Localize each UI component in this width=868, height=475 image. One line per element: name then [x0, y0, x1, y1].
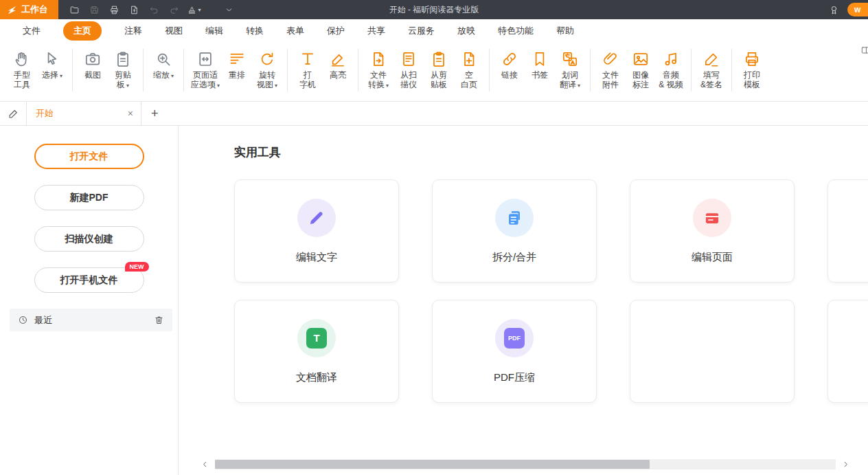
scroll-right-icon[interactable] [841, 460, 850, 469]
ribbon-snapshot[interactable]: 截图 [78, 47, 108, 80]
ribbon-from-scanner[interactable]: 从扫描仪 [393, 47, 424, 90]
ribbon-audio-video[interactable]: 音频& 视频 [656, 47, 686, 90]
ribbon-image-annotation[interactable]: 图像标注 [626, 47, 656, 90]
tab-label: 开始 [36, 107, 54, 120]
ribbon-label: 文件转换▾ [368, 70, 389, 91]
ribbon-label: 填写&签名 [700, 70, 722, 89]
ribbon-file-attachment[interactable]: 文件附件 [595, 47, 626, 90]
ribbon-clipboard[interactable]: 剪贴板▾ [108, 47, 138, 91]
ribbon-label: 剪贴板▾ [115, 70, 131, 91]
ribbon-select[interactable]: 选择▾ [37, 47, 67, 82]
menu-present[interactable]: 放映 [457, 25, 475, 37]
scrollbar-track[interactable] [215, 459, 836, 470]
export-icon[interactable] [125, 2, 144, 17]
ribbon-highlight[interactable]: 高亮 [323, 47, 353, 80]
ribbon-separator [489, 49, 490, 91]
print-icon[interactable] [105, 2, 124, 17]
menu-help[interactable]: 帮助 [556, 25, 574, 37]
section-title: 实用工具 [234, 144, 868, 160]
menu-file[interactable]: 文件 [23, 25, 41, 37]
ribbon-groups: 手型工具选择▾截图剪贴板▾缩放▾页面适应选项▾重排旋转视图▾打字机高亮文件转换▾… [0, 43, 868, 101]
menu-convert[interactable]: 转换 [246, 25, 264, 37]
reflow-icon [228, 47, 246, 70]
menu-view[interactable]: 视图 [165, 25, 183, 37]
customize-toolbar-icon[interactable] [220, 2, 238, 17]
ribbon-separator [731, 49, 732, 91]
ribbon-link[interactable]: 链接 [494, 47, 525, 80]
hand-tool-icon [13, 47, 31, 70]
ribbon-blank-page[interactable]: 空白页 [454, 47, 484, 90]
tool-card-split-merge[interactable]: 拆分/合并 [432, 179, 597, 283]
scanner-create-button[interactable]: 扫描仪创建 [34, 226, 144, 252]
upgrade-button[interactable]: w [847, 3, 868, 16]
new-tab-button[interactable]: + [151, 107, 159, 120]
pdf-compress-icon: PDF [495, 319, 534, 357]
ribbon-label: 链接 [501, 70, 518, 80]
ribbon-reflow[interactable]: 重排 [222, 47, 252, 80]
ribbon-separator [183, 49, 184, 91]
scroll-left-icon[interactable] [201, 460, 209, 469]
open-phone-file-button[interactable]: 打开手机文件NEW [34, 267, 144, 293]
open-file-button[interactable]: 打开文件 [34, 144, 144, 169]
ribbon-typewriter[interactable]: 打字机 [293, 47, 323, 90]
tool-card-partial[interactable] [630, 300, 795, 403]
ribbon-label: 图像标注 [632, 70, 649, 89]
tab-close-icon[interactable]: × [128, 109, 133, 118]
ribbon-word-translate[interactable]: 划词翻译▾ [555, 47, 585, 91]
save-icon [85, 2, 104, 17]
tool-card-label: 拆分/合并 [492, 251, 536, 264]
ribbon-fill-sign[interactable]: 填写&签名 [696, 47, 727, 90]
window-title: 开始 - 福昕阅读器专业版 [389, 0, 479, 19]
sidebar: 打开文件新建PDF扫描仪创建打开手机文件NEW 最近 [0, 126, 179, 475]
bookmark-icon [531, 47, 549, 70]
menu-form[interactable]: 表单 [286, 25, 304, 37]
ribbon-separator [358, 49, 358, 91]
foxit-logo-icon [7, 5, 17, 15]
tool-card-partial[interactable] [827, 300, 868, 403]
membership-icon[interactable] [829, 5, 839, 15]
recent-files-row[interactable]: 最近 [10, 309, 172, 331]
ribbon-label: 从扫描仪 [400, 70, 417, 89]
ribbon-separator [691, 49, 692, 91]
menu-features[interactable]: 特色功能 [498, 25, 534, 37]
ribbon-bookmark[interactable]: 书签 [525, 47, 555, 80]
ribbon-print-template[interactable]: 打印模板 [737, 47, 767, 90]
scrollbar-thumb[interactable] [215, 460, 650, 469]
ribbon-from-clipboard[interactable]: 从剪贴板 [424, 47, 454, 90]
ribbon-label: 手型工具 [14, 70, 30, 89]
ribbon-label: 书签 [532, 70, 548, 80]
tool-card-doc-translate[interactable]: T文档翻译 [234, 300, 399, 403]
stamp-icon[interactable]: ▾ [185, 2, 203, 17]
tool-card-label: 文档翻译 [296, 371, 337, 384]
tool-card-pdf-to-word[interactable]: WPDF转Word [827, 179, 868, 283]
rotate-view-icon [258, 47, 276, 70]
open-file-icon[interactable] [65, 2, 84, 17]
tab-start[interactable]: 开始 × [26, 102, 141, 125]
menu-protect[interactable]: 保护 [327, 25, 345, 37]
ribbon-convert-file[interactable]: 文件转换▾ [363, 47, 393, 91]
tool-card-edit-pages[interactable]: 编辑页面 [630, 179, 795, 283]
quick-pen-icon[interactable] [0, 108, 26, 120]
menu-edit[interactable]: 编辑 [205, 25, 223, 37]
new-pdf-button[interactable]: 新建PDF [34, 185, 144, 210]
menu-home[interactable]: 主页 [63, 21, 102, 41]
tool-card-pdf-compress[interactable]: PDFPDF压缩 [432, 300, 597, 403]
tools-grid: 编辑文字拆分/合并编辑页面WPDF转WordT文档翻译PDFPDF压缩 [234, 179, 868, 403]
tool-card-edit-text[interactable]: 编辑文字 [234, 179, 399, 283]
ribbon-label: 选择▾ [42, 70, 62, 81]
convert-file-icon [369, 47, 387, 70]
blank-page-icon [460, 47, 478, 70]
ribbon-hand-tool[interactable]: 手型工具 [7, 47, 37, 90]
pdf-compress-glyph: PDF [504, 328, 525, 349]
workspace-button[interactable]: 工作台 [0, 0, 58, 19]
panel-icon[interactable] [860, 45, 868, 55]
ribbon-rotate-view[interactable]: 旋转视图▾ [252, 47, 282, 91]
ribbon-fit-options[interactable]: 页面适应选项▾ [189, 47, 222, 91]
ribbon-separator [590, 49, 591, 91]
audio-video-icon [662, 47, 680, 70]
menu-comment[interactable]: 注释 [124, 25, 142, 37]
ribbon-zoom[interactable]: 缩放▾ [148, 47, 179, 82]
clear-recent-icon[interactable] [154, 315, 164, 325]
menu-cloud[interactable]: 云服务 [408, 25, 435, 37]
menu-share[interactable]: 共享 [367, 25, 385, 37]
